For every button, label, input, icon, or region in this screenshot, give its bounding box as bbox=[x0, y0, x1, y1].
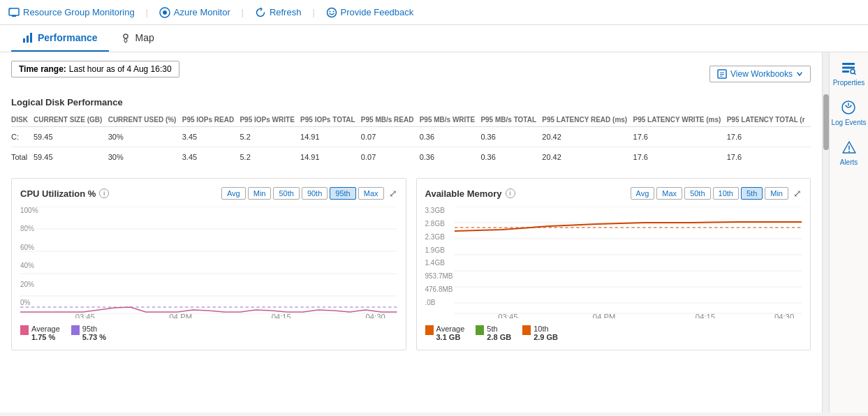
tab-map[interactable]: Map bbox=[109, 25, 165, 52]
view-workbooks-button[interactable]: View Workbooks bbox=[709, 66, 811, 82]
table-cell: 17.6 bbox=[633, 127, 727, 147]
table-cell: 0.36 bbox=[420, 147, 481, 168]
svg-line-44 bbox=[855, 73, 856, 75]
resource-group-monitoring-link[interactable]: Resource Group Monitoring bbox=[8, 7, 135, 18]
mem-btn-5th[interactable]: 5th bbox=[741, 187, 763, 200]
cpu-btn-avg[interactable]: Avg bbox=[221, 187, 246, 200]
charts-row: CPU Utilization % i Avg Min 50th 90th 95… bbox=[11, 178, 811, 350]
mem-btn-min[interactable]: Min bbox=[765, 187, 788, 200]
alerts-label: Alerts bbox=[840, 158, 858, 166]
tab-performance[interactable]: Performance bbox=[11, 25, 109, 52]
svg-text:03:45: 03:45 bbox=[498, 313, 517, 318]
table-row: C:59.4530%3.455.214.910.070.360.3620.421… bbox=[11, 127, 811, 147]
content-area: Time range: Last hour as of 4 Aug 16:30 … bbox=[0, 52, 822, 413]
col-disk: DISK bbox=[11, 113, 34, 127]
mem-btn-avg[interactable]: Avg bbox=[631, 187, 655, 200]
cpu-pin-icon[interactable]: ⤢ bbox=[389, 188, 397, 199]
cpu-btn-90th[interactable]: 90th bbox=[302, 187, 328, 200]
mem-legend-10th-value: 2.9 GB bbox=[534, 333, 558, 341]
azure-monitor-link[interactable]: Azure Monitor bbox=[159, 7, 230, 18]
cpu-chart-title: CPU Utilization % i bbox=[20, 188, 109, 199]
memory-chart-controls: Avg Max 50th 10th 5th Min ⤢ bbox=[631, 187, 802, 200]
col-iops-read: P95 IOPs READ bbox=[182, 113, 240, 127]
cpu-legend-95th: 95th 5.73 % bbox=[71, 325, 106, 341]
cpu-chart-controls: Avg Min 50th 90th 95th Max ⤢ bbox=[221, 187, 397, 200]
mem-btn-10th[interactable]: 10th bbox=[713, 187, 739, 200]
table-cell: 0.07 bbox=[361, 147, 420, 168]
col-lat-total: P95 LATENCY TOTAL (r bbox=[727, 113, 811, 127]
logevents-label: Log Events bbox=[831, 119, 866, 126]
map-icon bbox=[120, 32, 131, 43]
azure-icon bbox=[159, 7, 170, 18]
properties-panel-item[interactable]: Properties bbox=[833, 59, 865, 87]
refresh-icon bbox=[255, 7, 266, 18]
mem-legend-10th-label: 10th bbox=[534, 325, 558, 333]
mem-legend-avg-value: 3.1 GB bbox=[436, 333, 465, 341]
alerts-icon bbox=[841, 139, 858, 156]
col-mbs-read: P95 MB/s READ bbox=[361, 113, 420, 127]
svg-text:04:30: 04:30 bbox=[774, 313, 793, 318]
svg-text:04:30: 04:30 bbox=[366, 313, 385, 318]
table-cell: 30% bbox=[108, 127, 182, 147]
svg-rect-40 bbox=[842, 63, 855, 65]
col-iops-write: P95 IOPs WRITE bbox=[240, 113, 300, 127]
mem-legend-10th-color bbox=[522, 325, 531, 335]
disk-performance-section: Logical Disk Performance DISK CURRENT SI… bbox=[11, 97, 811, 167]
table-cell: 0.36 bbox=[480, 147, 542, 168]
scrollbar-track bbox=[822, 52, 829, 413]
main-wrapper: Time range: Last hour as of 4 Aug 16:30 … bbox=[0, 52, 868, 413]
time-range-label: Time range: bbox=[19, 64, 66, 74]
cpu-btn-50th[interactable]: 50th bbox=[273, 187, 299, 200]
refresh-button[interactable]: Refresh bbox=[255, 7, 302, 18]
col-mbs-total: P95 MB/s TOTAL bbox=[480, 113, 542, 127]
scrollbar-thumb[interactable] bbox=[823, 94, 829, 150]
svg-text:04:15: 04:15 bbox=[272, 313, 291, 318]
table-cell: 0.36 bbox=[420, 127, 481, 147]
mem-legend-5th-label: 5th bbox=[487, 325, 511, 333]
logevents-icon bbox=[840, 99, 857, 116]
table-cell: 30% bbox=[108, 147, 182, 168]
memory-chart-title: Available Memory i bbox=[425, 188, 515, 199]
table-header-row: DISK CURRENT SIZE (GB) CURRENT USED (%) … bbox=[11, 113, 811, 127]
mem-legend-5th: 5th 2.8 GB bbox=[476, 325, 511, 341]
table-cell: 20.42 bbox=[542, 147, 633, 168]
svg-point-5 bbox=[327, 8, 336, 17]
mem-pin-icon[interactable]: ⤢ bbox=[793, 188, 802, 199]
cpu-legend-avg-label: Average bbox=[31, 325, 60, 333]
table-cell: 17.6 bbox=[727, 127, 811, 147]
mem-btn-50th[interactable]: 50th bbox=[684, 187, 710, 200]
col-used: CURRENT USED (%) bbox=[108, 113, 182, 127]
top-bar: Resource Group Monitoring | Azure Monito… bbox=[0, 0, 868, 25]
cpu-legend-avg-value: 1.75 % bbox=[31, 333, 60, 341]
perf-icon bbox=[22, 32, 34, 43]
table-row: Total59.4530%3.455.214.910.070.360.3620.… bbox=[11, 147, 811, 168]
memory-chart-svg: 03:45 04 PM 04:15 04:30 bbox=[455, 207, 802, 318]
monitor-icon bbox=[8, 7, 20, 18]
col-size: CURRENT SIZE (GB) bbox=[34, 113, 108, 127]
cpu-btn-95th[interactable]: 95th bbox=[330, 187, 355, 200]
svg-text:04:15: 04:15 bbox=[695, 313, 714, 318]
table-cell: 59.45 bbox=[34, 147, 108, 168]
disk-section-title: Logical Disk Performance bbox=[11, 97, 811, 107]
alerts-panel-item[interactable]: Alerts bbox=[840, 139, 858, 166]
col-iops-total: P95 IOPs TOTAL bbox=[300, 113, 361, 127]
cpu-btn-min[interactable]: Min bbox=[248, 187, 272, 200]
cpu-btn-max[interactable]: Max bbox=[358, 187, 384, 200]
cpu-legend-95th-value: 5.73 % bbox=[82, 333, 106, 341]
table-cell: 17.6 bbox=[727, 147, 811, 168]
feedback-button[interactable]: Provide Feedback bbox=[326, 7, 414, 18]
table-cell: 5.2 bbox=[240, 147, 300, 168]
cpu-info-icon: i bbox=[99, 188, 109, 198]
log-events-panel-item[interactable]: Log Events bbox=[831, 99, 866, 126]
time-range-button[interactable]: Time range: Last hour as of 4 Aug 16:30 bbox=[11, 61, 179, 77]
svg-text:04 PM: 04 PM bbox=[592, 313, 615, 318]
table-cell: 0.07 bbox=[361, 127, 420, 147]
cpu-chart-card: CPU Utilization % i Avg Min 50th 90th 95… bbox=[11, 178, 406, 350]
svg-rect-10 bbox=[30, 33, 32, 43]
properties-icon bbox=[840, 59, 857, 76]
mem-btn-max[interactable]: Max bbox=[656, 187, 682, 200]
col-lat-read: P95 LATENCY READ (ms) bbox=[542, 113, 633, 127]
workbook-icon bbox=[717, 69, 727, 79]
cpu-legend-95th-label: 95th bbox=[82, 325, 106, 333]
svg-rect-9 bbox=[27, 36, 29, 43]
